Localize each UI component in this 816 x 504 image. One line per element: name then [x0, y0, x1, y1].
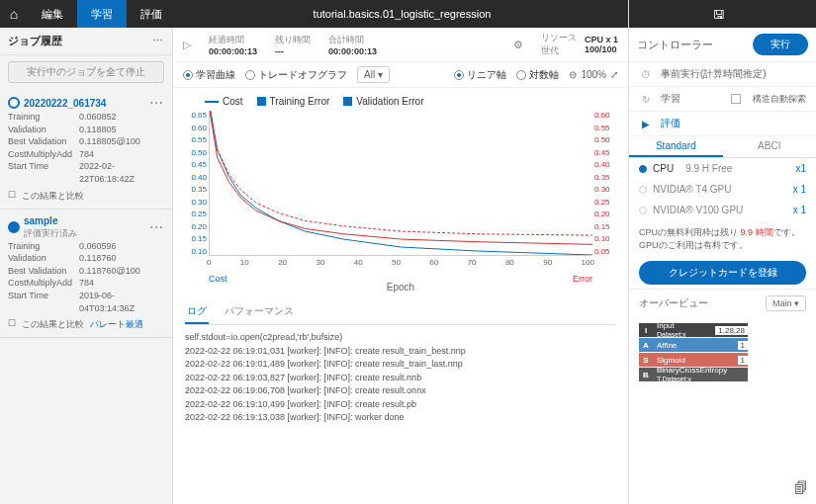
tradeoff-select[interactable]: All ▾	[357, 66, 390, 83]
topbar: ⌂ 編集 学習 評価 tutorial.basics.01_logistic_r…	[0, 0, 816, 28]
chart-controls: 学習曲線 トレードオフグラフ All ▾ リニア軸 対数軸 ⊖100%⤢	[173, 62, 628, 88]
sidebar: ジョブ履歴 ⋯ 実行中のジョブを全て停止 20220222_061734 ⋯ T…	[0, 28, 173, 504]
tab-edit[interactable]: 編集	[28, 0, 77, 28]
expand-icon[interactable]: ⤢	[610, 69, 618, 80]
resource-option[interactable]: CPU9.9 H Freex1	[629, 158, 816, 179]
play-icon[interactable]: ▷	[183, 39, 191, 51]
copy-icon[interactable]: 🗐	[794, 480, 808, 496]
register-card-button[interactable]: クレジットカードを登録	[639, 261, 806, 285]
layer-block[interactable]: SSigmoid1	[639, 353, 748, 367]
zoom-value: 100%	[581, 69, 606, 80]
sidebar-title: ジョブ履歴	[8, 34, 62, 48]
log-output: self.stdout=io.open(c2pread,'rb',bufsize…	[185, 325, 616, 425]
radio-icon[interactable]	[8, 97, 20, 109]
tab-performance[interactable]: パフォーマンス	[223, 300, 296, 324]
train-icon: ↻	[639, 94, 653, 105]
learning-curve-chart: 0.650.600.550.500.450.400.350.300.250.20…	[185, 111, 616, 274]
job-item-0[interactable]: 20220222_061734 ⋯ Training0.060852 Valid…	[0, 89, 172, 210]
resource-option[interactable]: NVIDIA® T4 GPUx 1	[629, 179, 816, 200]
tab-train[interactable]: 学習	[77, 0, 127, 28]
checkbox-icon[interactable]	[343, 97, 352, 106]
radio-learning-curve[interactable]: 学習曲線	[183, 68, 235, 82]
checkbox-icon[interactable]	[257, 97, 266, 106]
eval-icon: ▶	[639, 119, 653, 129]
structure-checkbox[interactable]	[731, 94, 741, 104]
radio-icon[interactable]	[8, 221, 20, 233]
sidebar-menu-icon[interactable]: ⋯	[152, 35, 164, 47]
tab-standard[interactable]: Standard	[629, 136, 723, 157]
radio-linear[interactable]: リニア軸	[454, 68, 506, 82]
stop-all-button[interactable]: 実行中のジョブを全て停止	[8, 61, 164, 83]
run-button[interactable]: 実行	[753, 34, 808, 55]
tab-log[interactable]: ログ	[185, 300, 209, 324]
gear-icon[interactable]: ⚙	[513, 39, 523, 51]
stats-bar: ▷ 経過時間00:00:00:13 残り時間--- 合計時間00:00:00:1…	[173, 28, 628, 62]
credit-info: CPUの無料利用枠は残り 9.9 時間です。GPUのご利用は有料です。	[629, 220, 816, 257]
job-menu-icon[interactable]: ⋯	[149, 219, 164, 235]
project-title: tutorial.basics.01_logistic_regression	[176, 8, 628, 20]
job-menu-icon[interactable]: ⋯	[149, 95, 164, 111]
train-button[interactable]: 学習	[661, 92, 680, 106]
pareto-link[interactable]: パレート最適	[90, 318, 143, 331]
radio-log[interactable]: 対数軸	[516, 68, 559, 82]
tab-abci[interactable]: ABCI	[723, 136, 817, 157]
network-overview: IInputDataset:x1,28,28AAffine1SSigmoid1B…	[629, 317, 816, 388]
preexec-button[interactable]: 事前実行(計算時間推定)	[661, 67, 767, 81]
home-icon[interactable]: ⌂	[0, 6, 28, 22]
chart-legend: Cost Training Error Validation Error	[185, 96, 616, 107]
radio-tradeoff[interactable]: トレードオフグラフ	[245, 68, 347, 82]
zoom-out-icon[interactable]: ⊖	[569, 69, 577, 80]
resource-option[interactable]: NVIDIA® V100 GPUx 1	[629, 200, 816, 220]
save-icon[interactable]: 🖫	[713, 8, 725, 22]
layer-block[interactable]: IInputDataset:x1,28,28	[639, 323, 748, 337]
job-item-1[interactable]: sample 評価実行済み ⋯ Training0.060596 Validat…	[0, 210, 172, 339]
eval-button[interactable]: 評価	[661, 117, 680, 130]
right-panel: コントローラー 実行 ⏱事前実行(計算時間推定) ↻学習構造自動探索 ▶評価 S…	[628, 28, 816, 504]
overview-select[interactable]: Main ▾	[766, 295, 806, 311]
clock-icon: ⏱	[639, 69, 653, 80]
layer-block[interactable]: BBinaryCrossEntropyT.Dataset:y	[639, 368, 748, 381]
tab-eval[interactable]: 評価	[127, 0, 176, 28]
layer-block[interactable]: AAffine1	[639, 338, 748, 352]
